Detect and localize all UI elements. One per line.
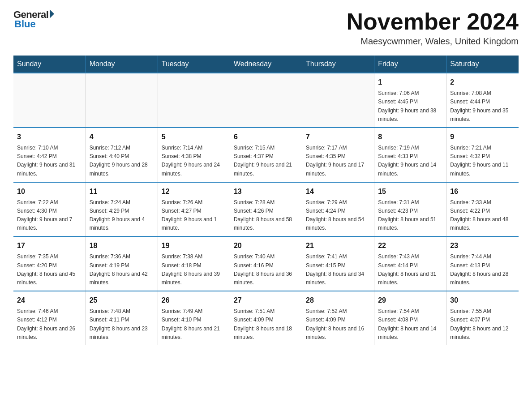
day-info: Sunrise: 7:48 AMSunset: 4:11 PMDaylight:… [90, 307, 154, 342]
calendar-cell: 21Sunrise: 7:41 AMSunset: 4:15 PMDayligh… [302, 236, 374, 291]
calendar-cell [158, 73, 230, 128]
header-thursday: Thursday [302, 56, 374, 73]
day-info: Sunrise: 7:51 AMSunset: 4:09 PMDaylight:… [234, 307, 298, 342]
calendar-cell: 22Sunrise: 7:43 AMSunset: 4:14 PMDayligh… [374, 236, 446, 291]
day-info: Sunrise: 7:21 AMSunset: 4:32 PMDaylight:… [450, 144, 515, 178]
day-info: Sunrise: 7:28 AMSunset: 4:26 PMDaylight:… [234, 198, 298, 233]
day-number: 22 [378, 240, 442, 251]
calendar-cell: 4Sunrise: 7:12 AMSunset: 4:40 PMDaylight… [86, 128, 158, 182]
calendar-cell: 13Sunrise: 7:28 AMSunset: 4:26 PMDayligh… [230, 182, 302, 237]
day-number: 30 [450, 295, 515, 306]
day-number: 18 [90, 240, 154, 251]
day-number: 8 [378, 132, 442, 142]
day-info: Sunrise: 7:35 AMSunset: 4:20 PMDaylight:… [17, 253, 82, 287]
day-number: 16 [450, 186, 515, 197]
calendar-cell: 30Sunrise: 7:55 AMSunset: 4:07 PMDayligh… [446, 291, 519, 345]
day-info: Sunrise: 7:17 AMSunset: 4:35 PMDaylight:… [306, 144, 370, 178]
day-number: 29 [378, 295, 442, 306]
header-sunday: Sunday [13, 56, 86, 73]
day-info: Sunrise: 7:19 AMSunset: 4:33 PMDaylight:… [378, 144, 442, 178]
header-tuesday: Tuesday [158, 56, 230, 73]
day-info: Sunrise: 7:33 AMSunset: 4:22 PMDaylight:… [450, 198, 515, 233]
calendar-table: Sunday Monday Tuesday Wednesday Thursday… [13, 56, 519, 345]
calendar-cell: 10Sunrise: 7:22 AMSunset: 4:30 PMDayligh… [13, 182, 86, 237]
header-saturday: Saturday [446, 56, 519, 73]
day-info: Sunrise: 7:43 AMSunset: 4:14 PMDaylight:… [378, 253, 442, 287]
day-number: 5 [162, 132, 226, 142]
calendar-cell: 3Sunrise: 7:10 AMSunset: 4:42 PMDaylight… [13, 128, 86, 182]
day-info: Sunrise: 7:14 AMSunset: 4:38 PMDaylight:… [162, 144, 226, 178]
calendar-cell [230, 73, 302, 128]
calendar-cell: 15Sunrise: 7:31 AMSunset: 4:23 PMDayligh… [374, 182, 446, 237]
calendar-cell: 24Sunrise: 7:46 AMSunset: 4:12 PMDayligh… [13, 291, 86, 345]
calendar-cell: 7Sunrise: 7:17 AMSunset: 4:35 PMDaylight… [302, 128, 374, 182]
day-number: 15 [378, 186, 442, 197]
calendar-header: Sunday Monday Tuesday Wednesday Thursday… [13, 56, 519, 73]
calendar-cell: 28Sunrise: 7:52 AMSunset: 4:09 PMDayligh… [302, 291, 374, 345]
location-text: Maesycwmmer, Wales, United Kingdom [347, 36, 519, 47]
day-info: Sunrise: 7:22 AMSunset: 4:30 PMDaylight:… [17, 198, 82, 233]
month-title: November 2024 [347, 9, 519, 34]
day-info: Sunrise: 7:40 AMSunset: 4:16 PMDaylight:… [234, 253, 298, 287]
day-info: Sunrise: 7:26 AMSunset: 4:27 PMDaylight:… [162, 198, 226, 233]
day-number: 28 [306, 295, 370, 306]
calendar-cell: 27Sunrise: 7:51 AMSunset: 4:09 PMDayligh… [230, 291, 302, 345]
day-number: 11 [90, 186, 154, 197]
day-number: 24 [17, 295, 82, 306]
calendar-cell: 19Sunrise: 7:38 AMSunset: 4:18 PMDayligh… [158, 236, 230, 291]
page-header: General Blue November 2024 Maesycwmmer, … [13, 9, 519, 47]
calendar-cell: 11Sunrise: 7:24 AMSunset: 4:29 PMDayligh… [86, 182, 158, 237]
day-number: 17 [17, 240, 82, 251]
calendar-cell: 17Sunrise: 7:35 AMSunset: 4:20 PMDayligh… [13, 236, 86, 291]
day-info: Sunrise: 7:46 AMSunset: 4:12 PMDaylight:… [17, 307, 82, 342]
day-number: 26 [162, 295, 226, 306]
day-info: Sunrise: 7:36 AMSunset: 4:19 PMDaylight:… [90, 253, 154, 287]
calendar-cell: 9Sunrise: 7:21 AMSunset: 4:32 PMDaylight… [446, 128, 519, 182]
day-info: Sunrise: 7:15 AMSunset: 4:37 PMDaylight:… [234, 144, 298, 178]
day-info: Sunrise: 7:44 AMSunset: 4:13 PMDaylight:… [450, 253, 515, 287]
header-monday: Monday [86, 56, 158, 73]
day-number: 23 [450, 240, 515, 251]
calendar-body: 1Sunrise: 7:06 AMSunset: 4:45 PMDaylight… [13, 73, 519, 345]
day-number: 1 [378, 77, 442, 88]
header-friday: Friday [374, 56, 446, 73]
day-number: 10 [17, 186, 82, 197]
calendar-cell: 2Sunrise: 7:08 AMSunset: 4:44 PMDaylight… [446, 73, 519, 128]
day-info: Sunrise: 7:06 AMSunset: 4:45 PMDaylight:… [378, 89, 442, 124]
title-section: November 2024 Maesycwmmer, Wales, United… [347, 9, 519, 47]
calendar-cell: 16Sunrise: 7:33 AMSunset: 4:22 PMDayligh… [446, 182, 519, 237]
calendar-cell [86, 73, 158, 128]
day-info: Sunrise: 7:29 AMSunset: 4:24 PMDaylight:… [306, 198, 370, 233]
day-info: Sunrise: 7:38 AMSunset: 4:18 PMDaylight:… [162, 253, 226, 287]
day-number: 27 [234, 295, 298, 306]
calendar-cell [302, 73, 374, 128]
calendar-cell: 5Sunrise: 7:14 AMSunset: 4:38 PMDaylight… [158, 128, 230, 182]
day-info: Sunrise: 7:08 AMSunset: 4:44 PMDaylight:… [450, 89, 515, 124]
day-info: Sunrise: 7:55 AMSunset: 4:07 PMDaylight:… [450, 307, 515, 342]
logo-arrow-icon [50, 9, 54, 18]
logo-blue-text: Blue [13, 18, 54, 30]
day-number: 4 [90, 132, 154, 142]
calendar-cell [13, 73, 86, 128]
day-info: Sunrise: 7:49 AMSunset: 4:10 PMDaylight:… [162, 307, 226, 342]
calendar-cell: 23Sunrise: 7:44 AMSunset: 4:13 PMDayligh… [446, 236, 519, 291]
day-info: Sunrise: 7:31 AMSunset: 4:23 PMDaylight:… [378, 198, 442, 233]
logo: General Blue [13, 9, 54, 30]
calendar-cell: 1Sunrise: 7:06 AMSunset: 4:45 PMDaylight… [374, 73, 446, 128]
day-info: Sunrise: 7:52 AMSunset: 4:09 PMDaylight:… [306, 307, 370, 342]
day-number: 25 [90, 295, 154, 306]
calendar-cell: 14Sunrise: 7:29 AMSunset: 4:24 PMDayligh… [302, 182, 374, 237]
day-info: Sunrise: 7:41 AMSunset: 4:15 PMDaylight:… [306, 253, 370, 287]
calendar-cell: 18Sunrise: 7:36 AMSunset: 4:19 PMDayligh… [86, 236, 158, 291]
day-info: Sunrise: 7:24 AMSunset: 4:29 PMDaylight:… [90, 198, 154, 233]
day-number: 2 [450, 77, 515, 88]
day-number: 7 [306, 132, 370, 142]
day-number: 9 [450, 132, 515, 142]
calendar-cell: 6Sunrise: 7:15 AMSunset: 4:37 PMDaylight… [230, 128, 302, 182]
calendar-cell: 20Sunrise: 7:40 AMSunset: 4:16 PMDayligh… [230, 236, 302, 291]
calendar-cell: 26Sunrise: 7:49 AMSunset: 4:10 PMDayligh… [158, 291, 230, 345]
day-number: 19 [162, 240, 226, 251]
day-info: Sunrise: 7:12 AMSunset: 4:40 PMDaylight:… [90, 144, 154, 178]
day-number: 3 [17, 132, 82, 142]
day-number: 12 [162, 186, 226, 197]
